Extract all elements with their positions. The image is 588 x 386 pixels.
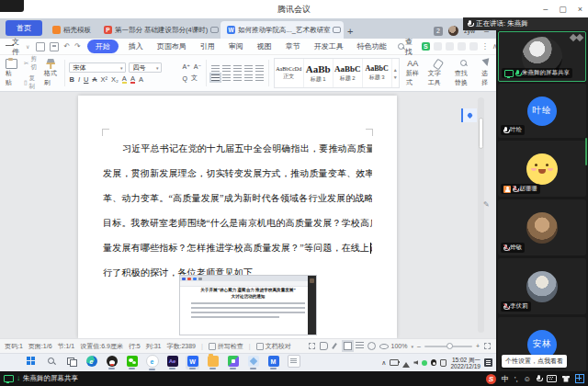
ime-punctuation-icon[interactable]: ’, xyxy=(514,375,518,383)
taskbar-file-explorer[interactable] xyxy=(206,356,220,369)
style-heading1[interactable]: AaBb 标题 1 xyxy=(304,59,334,87)
ribbon-tab-layout[interactable]: 页面布局 xyxy=(153,40,190,53)
ribbon-tab-review[interactable]: 审阅 xyxy=(225,40,247,53)
format-painter-button[interactable]: 格式刷 xyxy=(42,58,60,88)
taskbar-edge[interactable]: e xyxy=(85,356,98,369)
underline-button[interactable]: U xyxy=(84,75,88,84)
usb-tray-icon[interactable] xyxy=(440,359,447,367)
ribbon-tab-section[interactable]: 章节 xyxy=(282,40,304,53)
line-spacing-icon[interactable] xyxy=(255,74,264,81)
zoom-out-button[interactable]: – xyxy=(417,343,421,349)
clock[interactable]: 15:02 周一 2022/12/19 xyxy=(450,357,481,369)
sogou-logo-icon[interactable]: S xyxy=(486,374,496,384)
plugin-s-icon[interactable]: S xyxy=(422,42,430,51)
ime-keyboard-icon[interactable] xyxy=(547,375,557,382)
text-convert-button[interactable]: 文 xyxy=(191,74,198,83)
document-scroll-thumb[interactable] xyxy=(479,118,483,149)
tab-ppt-file[interactable]: P 第一部分 基础建设部分(4课时) xyxy=(97,21,220,39)
paste-button[interactable]: 粘贴 xyxy=(4,58,19,88)
italic-button[interactable]: I xyxy=(78,75,80,84)
find-button[interactable]: 查找 xyxy=(397,37,415,57)
fit-page-icon[interactable] xyxy=(483,342,492,350)
plugin-icon[interactable] xyxy=(446,42,454,51)
sort-icon[interactable] xyxy=(255,65,264,72)
numbered-list-icon[interactable] xyxy=(222,65,231,72)
status-word-count[interactable]: 字数:2389 xyxy=(166,342,196,351)
close-button[interactable]: × xyxy=(578,5,582,14)
align-right-icon[interactable] xyxy=(233,74,242,81)
embedded-screenshot-image[interactable]: 关于开展“讲心聚力 凝聚合力 推进学校高质量发展” 大讨论活动的通知 xyxy=(179,275,317,335)
wifi-icon[interactable] xyxy=(402,358,410,368)
file-menu[interactable]: 文件 xyxy=(12,37,19,57)
undo-icon[interactable]: ↶ xyxy=(63,42,70,51)
ribbon-tab-features[interactable]: 特色功能 xyxy=(354,40,390,53)
read-layout-icon[interactable] xyxy=(320,342,328,350)
document-page[interactable]: 习近平总书记在党的十九届五中全会明确指出，要推动高质量 发展，贯彻新发展理念，切… xyxy=(78,96,397,338)
align-left-icon[interactable] xyxy=(211,74,220,81)
minimize-button[interactable]: – xyxy=(543,5,548,14)
start-button[interactable] xyxy=(24,356,38,369)
taskbar-after-effects[interactable]: Ae xyxy=(165,356,179,369)
plugin-icon[interactable] xyxy=(458,42,466,51)
font-name-combo[interactable]: 宋体▾ xyxy=(69,62,126,73)
plugin-icon[interactable] xyxy=(434,42,442,51)
volume-icon[interactable] xyxy=(413,360,418,365)
taskbar-notes-app[interactable] xyxy=(287,355,300,370)
tray-expand-icon[interactable]: ∧ xyxy=(381,359,386,367)
superscript-button[interactable]: X² xyxy=(100,75,107,84)
taskbar-search[interactable] xyxy=(44,356,58,369)
write-mode-icon[interactable] xyxy=(332,342,340,350)
ime-skin-icon[interactable] xyxy=(562,376,570,382)
redo-icon[interactable]: ↷ xyxy=(74,42,81,51)
tab-doc-file-active[interactable]: W 如何推动学院高..._艺术教研室 × xyxy=(220,21,344,39)
justify-icon[interactable] xyxy=(244,74,253,81)
taskbar-wechat[interactable] xyxy=(125,356,139,369)
ime-tooltip[interactable]: 个性设置，点我看看 xyxy=(502,355,567,368)
pinyin-guide-button[interactable]: Q xyxy=(182,75,187,82)
document-text[interactable]: 习近平总书记在党的十九届五中全会明确指出，要推动高质量 发展，贯彻新发展理念，切… xyxy=(103,136,372,285)
new-style-button[interactable]: A​A 新样式 xyxy=(404,58,422,88)
participant-tile[interactable]: 烨敏 xyxy=(498,199,586,255)
zoom-knob[interactable] xyxy=(447,343,453,349)
taskbar-forms-app[interactable] xyxy=(226,356,240,369)
save-icon[interactable] xyxy=(36,42,45,51)
gallery-scroll-arrows[interactable]: ▲▼ xyxy=(392,59,399,87)
edit-mode-icon[interactable]: ✎ xyxy=(483,200,490,209)
spell-check-button[interactable]: 拼写检查 xyxy=(209,342,243,351)
strikethrough-button[interactable]: A xyxy=(92,75,96,84)
highlight-button[interactable]: A xyxy=(122,75,127,84)
plugin-icon[interactable] xyxy=(469,42,478,51)
copy-button[interactable]: ▯ 复制 xyxy=(24,74,38,91)
ribbon-tab-references[interactable]: 引用 xyxy=(197,40,219,53)
zoom-slider[interactable] xyxy=(424,346,472,347)
shrink-font-button[interactable]: A⁻ xyxy=(194,63,201,71)
new-tab-button[interactable]: + xyxy=(347,26,353,37)
ime-emoji-icon[interactable]: ☺ xyxy=(524,375,531,383)
battery-icon[interactable] xyxy=(390,359,399,366)
zoom-percent[interactable]: 100% xyxy=(391,343,408,349)
participant-tile-sharer[interactable]: 朱燕舞的屏幕共享 xyxy=(498,31,586,82)
qq-tray-icon[interactable] xyxy=(431,359,436,366)
ime-voice-icon[interactable] xyxy=(537,375,541,382)
doc-proof-button[interactable]: 文档校对 xyxy=(256,342,291,351)
text-tool-button[interactable]: 文字工具 xyxy=(426,58,448,88)
taskbar-qq[interactable] xyxy=(105,356,119,369)
font-size-combo[interactable]: 四号▾ xyxy=(129,62,162,73)
style-heading2[interactable]: AaBbC 标题 2 xyxy=(334,59,363,87)
fullscreen-view-icon[interactable] xyxy=(308,342,316,350)
web-layout-icon[interactable] xyxy=(368,342,376,350)
sidebar-scroll-thumb[interactable] xyxy=(585,138,587,165)
home-tab-button[interactable]: 首页 xyxy=(6,20,42,36)
eye-protect-icon[interactable] xyxy=(379,342,388,350)
participant-tile[interactable]: 叶绘 叶绘 xyxy=(498,84,586,138)
subscript-button[interactable]: X₂ xyxy=(111,75,119,84)
message-count-badge[interactable]: 2 xyxy=(434,27,443,36)
participant-tile[interactable]: 赵珊珊 xyxy=(498,141,586,197)
ribbon-tab-developer[interactable]: 开发工具 xyxy=(311,40,347,53)
select-button[interactable]: 选择 xyxy=(480,58,492,88)
font-color-button[interactable]: A xyxy=(130,75,135,84)
participant-tile[interactable]: 李伏莉 xyxy=(498,258,586,314)
align-center-icon[interactable] xyxy=(222,74,231,81)
print-icon[interactable] xyxy=(50,42,59,51)
ribbon-tab-view[interactable]: 视图 xyxy=(254,40,276,53)
